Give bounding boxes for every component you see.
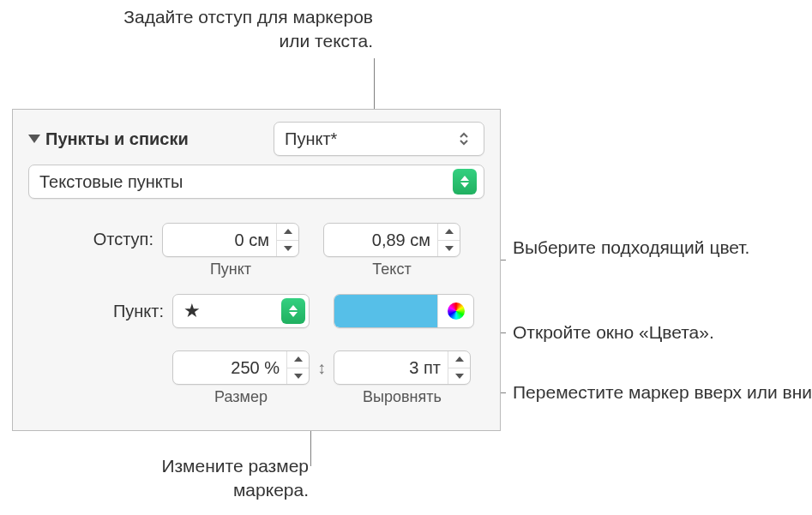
dropdown-button-icon	[281, 298, 305, 324]
bullet-align-field[interactable]: 3 пт	[334, 350, 471, 385]
bullet-indent-caption: Пункт	[162, 260, 299, 278]
colors-window-button[interactable]	[437, 295, 473, 327]
bullet-color-well	[334, 294, 474, 328]
chevrons-updown-icon	[458, 130, 477, 147]
color-swatch[interactable]	[334, 295, 437, 327]
section-title: Пункты и списки	[45, 129, 260, 149]
step-up-icon[interactable]	[277, 224, 298, 240]
disclosure-triangle-icon[interactable]	[28, 135, 40, 143]
text-indent-caption: Текст	[323, 260, 460, 278]
step-down-icon[interactable]	[448, 368, 470, 385]
text-indent-value: 0,89 см	[324, 224, 437, 256]
list-style-select[interactable]: Пункт*	[274, 122, 484, 156]
bullet-label: Пункт:	[28, 302, 172, 321]
bullet-align-caption: Выровнять	[334, 388, 471, 406]
list-type-value: Текстовые пункты	[39, 172, 449, 192]
step-down-icon[interactable]	[277, 240, 298, 257]
color-wheel-icon	[448, 302, 465, 320]
step-down-icon[interactable]	[287, 368, 309, 385]
bullet-symbol-value: ★	[183, 300, 278, 322]
dropdown-button-icon	[453, 169, 477, 195]
bullet-indent-field[interactable]: 0 см	[162, 223, 299, 257]
bullet-align-value: 3 пт	[334, 351, 448, 384]
bullet-size-stepper[interactable]	[286, 351, 309, 384]
callout-colors-window: Откройте окно «Цвета».	[513, 320, 714, 344]
bullet-size-value: 250 %	[173, 351, 286, 384]
step-up-icon[interactable]	[287, 351, 309, 368]
step-down-icon[interactable]	[438, 240, 460, 257]
bullet-indent-stepper[interactable]	[276, 224, 298, 256]
step-up-icon[interactable]	[448, 351, 470, 368]
list-style-value: Пункт*	[285, 129, 458, 149]
vertical-align-icon: ↕	[310, 350, 334, 385]
step-up-icon[interactable]	[438, 224, 460, 240]
callout-choose-color: Выберите подходящий цвет.	[513, 236, 749, 260]
bullets-lists-panel: Пункты и списки Пункт* Текстовые пункты …	[12, 109, 501, 431]
callout-indent: Задайте отступ для маркеров или текста.	[99, 5, 373, 54]
list-type-select[interactable]: Текстовые пункты	[28, 165, 484, 199]
text-indent-field[interactable]: 0,89 см	[323, 223, 460, 257]
text-indent-stepper[interactable]	[437, 224, 460, 256]
bullet-size-field[interactable]: 250 %	[172, 350, 310, 385]
bullet-size-caption: Размер	[172, 388, 310, 406]
bullet-indent-value: 0 см	[163, 224, 276, 256]
bullet-symbol-select[interactable]: ★	[172, 294, 310, 328]
callout-align: Переместите маркер вверх или вниз.	[513, 380, 812, 404]
callout-size: Измените размер маркера.	[86, 454, 309, 503]
bullet-align-stepper[interactable]	[448, 351, 470, 384]
indent-label: Отступ:	[28, 223, 162, 249]
